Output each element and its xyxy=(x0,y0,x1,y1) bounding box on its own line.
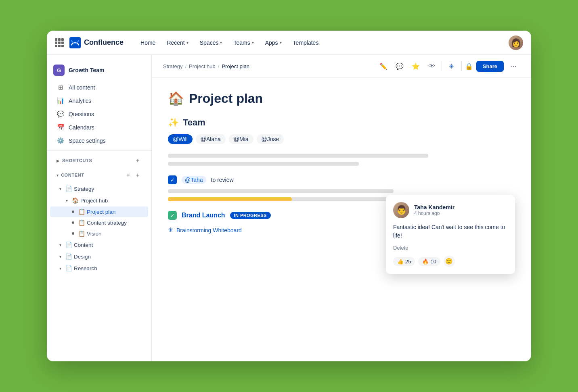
sparkles-icon: ✨ xyxy=(168,117,179,128)
user-avatar[interactable]: 👩 xyxy=(509,35,523,50)
edit-icon[interactable]: ✏️ xyxy=(377,60,390,73)
comment-author-name: Taha Kandemir xyxy=(414,204,454,211)
ai-icon[interactable]: ✳ xyxy=(445,60,458,73)
logo-text: Confluence xyxy=(84,38,124,47)
breadcrumb-project-hub[interactable]: Project hub xyxy=(189,63,216,69)
reaction-thumbs-up[interactable]: 👍 25 xyxy=(393,257,415,266)
gear-icon: ⚙️ xyxy=(57,137,65,144)
tree-dot xyxy=(72,221,74,224)
mention-alana[interactable]: @Alana xyxy=(196,134,226,144)
top-navigation: Confluence Home Recent ▾ Spaces ▾ Teams … xyxy=(47,31,531,55)
chevron-right-icon[interactable]: ▶ xyxy=(57,158,60,163)
fire-icon: 🔥 xyxy=(422,259,429,265)
tree-dot xyxy=(72,232,74,235)
tree-item-research[interactable]: ▾ 📄 Research xyxy=(50,263,148,274)
comment-delete-button[interactable]: Delete xyxy=(393,245,508,251)
breadcrumb: Strategy / Project hub / Project plan xyxy=(163,63,249,69)
task-row: ✓ @Taha to review xyxy=(168,175,515,184)
app-window: Confluence Home Recent ▾ Spaces ▾ Teams … xyxy=(47,31,531,361)
page-title: Project plan xyxy=(189,91,263,106)
action-divider xyxy=(442,61,442,71)
reaction-count-1: 25 xyxy=(405,259,411,265)
chevron-down-icon: ▾ xyxy=(57,185,64,192)
shortcuts-section-header: ▶ SHORTCUTS + xyxy=(50,154,148,167)
reaction-fire[interactable]: 🔥 10 xyxy=(418,257,440,266)
chevron-down-icon: ▾ xyxy=(252,40,254,45)
sidebar-item-all-content[interactable]: ⊞ All content xyxy=(50,81,148,94)
bar-chart-icon: 📊 xyxy=(57,97,65,104)
mention-mia[interactable]: @Mia xyxy=(229,134,253,144)
nav-apps[interactable]: Apps ▾ xyxy=(260,37,287,48)
breadcrumb-actions: ✏️ 💬 ⭐ 👁 ✳ 🔒 Share ⋯ xyxy=(377,60,520,73)
star-icon[interactable]: ⭐ xyxy=(409,60,422,73)
logo[interactable]: Confluence xyxy=(69,37,124,48)
page-title-row: 🏠 Project plan xyxy=(168,91,515,106)
filter-button[interactable]: ≡ xyxy=(124,171,132,179)
comment-icon[interactable]: 💬 xyxy=(393,60,406,73)
chevron-down-icon: ▾ xyxy=(63,197,70,204)
nav-links: Home Recent ▾ Spaces ▾ Teams ▾ Apps ▾ Te… xyxy=(136,37,509,48)
chevron-down-icon: ▾ xyxy=(220,40,222,45)
task-mention[interactable]: @Taha xyxy=(182,176,206,184)
tree-item-vision[interactable]: 📋 Vision xyxy=(50,228,148,239)
comment-time: 4 hours ago xyxy=(414,211,454,216)
add-reaction-button[interactable]: 🙂 xyxy=(444,256,455,267)
breadcrumb-bar: Strategy / Project hub / Project plan ✏️… xyxy=(152,55,531,78)
nav-home[interactable]: Home xyxy=(136,37,160,48)
tree-item-strategy[interactable]: ▾ 📄 Strategy xyxy=(50,183,148,194)
share-button[interactable]: Share xyxy=(476,61,504,72)
comment-reactions: 👍 25 🔥 10 🙂 xyxy=(393,256,508,267)
team-section-label: Team xyxy=(183,117,205,128)
tree-item-project-hub[interactable]: ▾ 🏠 Project hub xyxy=(50,195,148,206)
more-options-icon[interactable]: ⋯ xyxy=(507,60,520,73)
chevron-right-icon: ▾ xyxy=(57,253,64,260)
add-shortcut-button[interactable]: + xyxy=(134,156,142,165)
view-icon[interactable]: 👁 xyxy=(425,60,438,73)
sidebar-nav-items: ⊞ All content 📊 Analytics 💬 Questions 📅 … xyxy=(47,81,151,147)
nav-recent[interactable]: Recent ▾ xyxy=(162,37,193,48)
chat-icon: 💬 xyxy=(57,111,65,118)
nav-spaces[interactable]: Spaces ▾ xyxy=(195,37,227,48)
brand-launch-link[interactable]: Brand Launch xyxy=(182,212,225,219)
nav-templates[interactable]: Templates xyxy=(288,37,324,48)
comment-header: 👨 Taha Kandemir 4 hours ago xyxy=(393,202,508,218)
in-progress-badge: IN PROGRESS xyxy=(230,212,271,219)
calendar-icon: 📅 xyxy=(57,124,65,131)
reaction-count-2: 10 xyxy=(430,259,436,265)
sidebar-divider xyxy=(47,150,151,151)
chevron-right-icon: ▾ xyxy=(57,265,64,272)
task-checkbox[interactable]: ✓ xyxy=(168,175,177,184)
progress-line-gray xyxy=(168,189,394,193)
tree-item-project-plan[interactable]: 📋 Project plan xyxy=(50,206,148,217)
breadcrumb-strategy[interactable]: Strategy xyxy=(163,63,182,69)
mention-will[interactable]: @Will xyxy=(168,134,193,144)
task-text: to review xyxy=(211,177,234,183)
team-section-heading: ✨ Team xyxy=(168,117,515,128)
chevron-down-icon[interactable]: ▾ xyxy=(57,173,59,177)
grid-icon[interactable] xyxy=(55,38,64,47)
tree-item-content[interactable]: ▾ 📄 Content xyxy=(50,239,148,250)
add-content-button[interactable]: + xyxy=(134,171,142,179)
active-indicator xyxy=(72,211,74,213)
lock-icon[interactable]: 🔒 xyxy=(465,63,473,70)
tree-item-design[interactable]: ▾ 📄 Design xyxy=(50,251,148,262)
brand-launch-checkbox[interactable]: ✓ xyxy=(168,211,177,220)
breadcrumb-separator: / xyxy=(218,63,220,69)
space-header: G Growth Team xyxy=(47,61,151,81)
content-area: Strategy / Project hub / Project plan ✏️… xyxy=(152,55,531,361)
page-content: 🏠 Project plan ✨ Team @Will @Alana @Mia … xyxy=(152,78,531,361)
mention-jose[interactable]: @Jose xyxy=(257,134,284,144)
nav-teams[interactable]: Teams ▾ xyxy=(228,37,258,48)
chevron-down-icon: ▾ xyxy=(280,40,282,45)
content-lines xyxy=(168,154,515,166)
sidebar-item-space-settings[interactable]: ⚙️ Space settings xyxy=(50,134,148,147)
sidebar-item-analytics[interactable]: 📊 Analytics xyxy=(50,94,148,107)
sidebar-item-questions[interactable]: 💬 Questions xyxy=(50,108,148,121)
sidebar-item-calendars[interactable]: 📅 Calendars xyxy=(50,121,148,134)
tree-item-content-strategy[interactable]: 📋 Content strategy xyxy=(50,217,148,228)
breadcrumb-separator: / xyxy=(185,63,186,69)
sidebar: G Growth Team ⊞ All content 📊 Analytics … xyxy=(47,55,152,361)
confluence-logo-icon xyxy=(69,37,81,48)
content-line-1 xyxy=(168,154,428,158)
main-body: G Growth Team ⊞ All content 📊 Analytics … xyxy=(47,55,531,361)
